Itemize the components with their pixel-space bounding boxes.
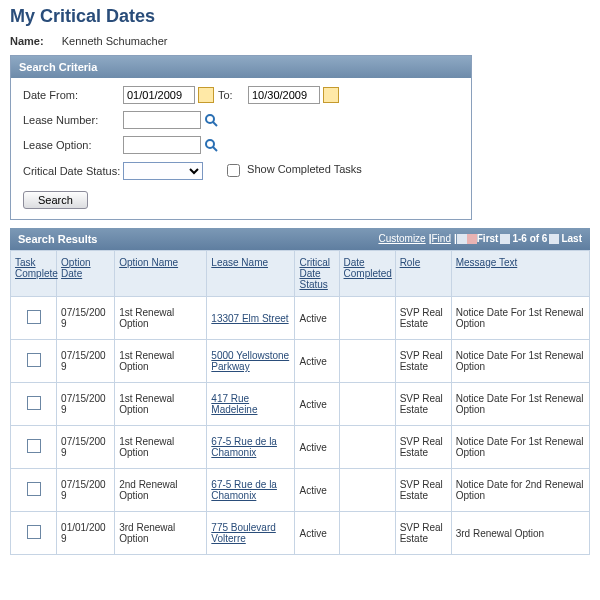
cell-option-date: 07/15/2009 (57, 383, 115, 426)
svg-point-2 (206, 140, 214, 148)
lease-number-label: Lease Number: (23, 114, 123, 126)
view-all-icon[interactable] (457, 234, 467, 244)
search-results-panel: Search Results Customize | Find | First … (10, 228, 590, 555)
cell-status: Active (295, 297, 339, 340)
cell-message: Notice Date For 1st Renewal Option (451, 426, 589, 469)
task-complete-checkbox[interactable] (27, 482, 41, 496)
col-option-name[interactable]: Option Name (115, 251, 207, 297)
name-row: Name: Kenneth Schumacher (0, 31, 600, 55)
svg-line-3 (213, 147, 217, 151)
cell-option-name: 3rd Renewal Option (115, 512, 207, 555)
cell-message: Notice Date for 2nd Renewal Option (451, 469, 589, 512)
cell-status: Active (295, 426, 339, 469)
page-title: My Critical Dates (0, 0, 600, 31)
cell-option-date: 07/15/2009 (57, 340, 115, 383)
cell-option-name: 1st Renewal Option (115, 383, 207, 426)
task-complete-checkbox[interactable] (27, 396, 41, 410)
task-complete-checkbox[interactable] (27, 525, 41, 539)
cell-date-completed (339, 426, 395, 469)
cell-message: Notice Date For 1st Renewal Option (451, 297, 589, 340)
svg-point-0 (206, 115, 214, 123)
calendar-icon[interactable] (198, 87, 214, 103)
date-to-input[interactable] (248, 86, 320, 104)
table-row: 07/15/20092nd Renewal Option67-5 Rue de … (11, 469, 590, 512)
status-label: Critical Date Status: (23, 165, 123, 177)
cell-status: Active (295, 512, 339, 555)
col-message[interactable]: Message Text (451, 251, 589, 297)
date-from-label: Date From: (23, 89, 123, 101)
show-completed-label: Show Completed Tasks (247, 163, 362, 175)
task-complete-checkbox[interactable] (27, 310, 41, 324)
cell-option-name: 1st Renewal Option (115, 297, 207, 340)
results-table: Task Complete Option Date Option Name Le… (10, 250, 590, 555)
lease-name-link[interactable]: 775 Boulevard Volterre (211, 522, 276, 544)
last-label[interactable]: Last (561, 231, 582, 247)
cell-option-date: 07/15/2009 (57, 469, 115, 512)
cell-status: Active (295, 340, 339, 383)
cell-option-name: 1st Renewal Option (115, 426, 207, 469)
find-link[interactable]: Find (431, 231, 450, 247)
lookup-icon[interactable] (204, 113, 218, 127)
cell-message: Notice Date For 1st Renewal Option (451, 383, 589, 426)
cell-option-date: 01/01/2009 (57, 512, 115, 555)
table-row: 07/15/20091st Renewal Option67-5 Rue de … (11, 426, 590, 469)
search-criteria-panel: Search Criteria Date From: To: Lease Num… (10, 55, 472, 220)
search-button[interactable]: Search (23, 191, 88, 209)
cell-message: Notice Date For 1st Renewal Option (451, 340, 589, 383)
status-select[interactable] (123, 162, 203, 180)
date-from-input[interactable] (123, 86, 195, 104)
search-results-header: Search Results (18, 231, 97, 247)
cell-role: SVP Real Estate (395, 426, 451, 469)
svg-line-1 (213, 122, 217, 126)
search-criteria-header: Search Criteria (11, 56, 471, 78)
col-date-completed[interactable]: Date Completed (339, 251, 395, 297)
show-completed-checkbox[interactable] (227, 164, 240, 177)
cell-option-name: 2nd Renewal Option (115, 469, 207, 512)
table-row: 01/01/20093rd Renewal Option775 Boulevar… (11, 512, 590, 555)
lease-name-link[interactable]: 67-5 Rue de la Chamonix (211, 436, 277, 458)
first-label[interactable]: First (477, 231, 499, 247)
task-complete-checkbox[interactable] (27, 353, 41, 367)
cell-option-date: 07/15/2009 (57, 297, 115, 340)
cell-role: SVP Real Estate (395, 383, 451, 426)
col-task[interactable]: Task Complete (11, 251, 57, 297)
lease-name-link[interactable]: 13307 Elm Street (211, 313, 288, 324)
cell-date-completed (339, 340, 395, 383)
name-value: Kenneth Schumacher (62, 35, 168, 47)
table-row: 07/15/20091st Renewal Option417 Rue Made… (11, 383, 590, 426)
table-row: 07/15/20091st Renewal Option13307 Elm St… (11, 297, 590, 340)
next-icon[interactable] (549, 234, 559, 244)
lease-number-input[interactable] (123, 111, 201, 129)
cell-date-completed (339, 512, 395, 555)
cell-status: Active (295, 469, 339, 512)
task-complete-checkbox[interactable] (27, 439, 41, 453)
col-lease-name[interactable]: Lease Name (207, 251, 295, 297)
cell-status: Active (295, 383, 339, 426)
prev-icon[interactable] (500, 234, 510, 244)
lease-option-input[interactable] (123, 136, 201, 154)
calendar-icon[interactable] (323, 87, 339, 103)
cell-role: SVP Real Estate (395, 297, 451, 340)
cell-option-name: 1st Renewal Option (115, 340, 207, 383)
cell-role: SVP Real Estate (395, 512, 451, 555)
cell-date-completed (339, 297, 395, 340)
lookup-icon[interactable] (204, 138, 218, 152)
cell-option-date: 07/15/2009 (57, 426, 115, 469)
to-label: To: (218, 89, 248, 101)
col-option-date[interactable]: Option Date (57, 251, 115, 297)
lease-name-link[interactable]: 67-5 Rue de la Chamonix (211, 479, 277, 501)
cell-role: SVP Real Estate (395, 340, 451, 383)
cell-date-completed (339, 383, 395, 426)
name-label: Name: (10, 35, 44, 47)
lease-name-link[interactable]: 417 Rue Madeleine (211, 393, 257, 415)
cell-role: SVP Real Estate (395, 469, 451, 512)
cell-date-completed (339, 469, 395, 512)
lease-option-label: Lease Option: (23, 139, 123, 151)
table-row: 07/15/20091st Renewal Option5000 Yellows… (11, 340, 590, 383)
col-role[interactable]: Role (395, 251, 451, 297)
lease-name-link[interactable]: 5000 Yellowstone Parkway (211, 350, 289, 372)
download-icon[interactable] (467, 234, 477, 244)
range-label: 1-6 of 6 (512, 231, 547, 247)
customize-link[interactable]: Customize (378, 231, 425, 247)
col-status[interactable]: Critical Date Status (295, 251, 339, 297)
